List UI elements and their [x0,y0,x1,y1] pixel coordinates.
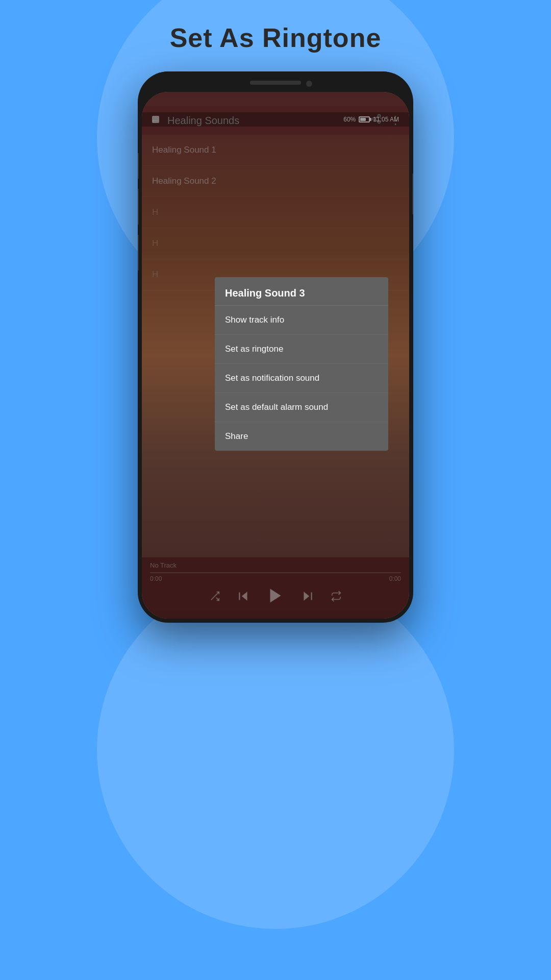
screen: 60% 11:05 AM ← Healing Sounds ⋮ [142,92,409,619]
share-item[interactable]: Share [215,422,388,451]
context-menu: Healing Sound 3 Show track info Set as r… [215,277,388,451]
context-menu-title: Healing Sound 3 [215,277,388,306]
set-notification-item[interactable]: Set as notification sound [215,364,388,393]
set-ringtone-item[interactable]: Set as ringtone [215,335,388,364]
mute-button [138,153,139,179]
volume-up-button [138,189,139,225]
set-alarm-label: Set as default alarm sound [225,402,328,412]
power-button [412,174,413,214]
phone-frame: 60% 11:05 AM ← Healing Sounds ⋮ [138,71,413,623]
share-label: Share [225,431,248,441]
set-ringtone-label: Set as ringtone [225,344,283,354]
set-alarm-item[interactable]: Set as default alarm sound [215,393,388,422]
show-track-info-item[interactable]: Show track info [215,306,388,335]
bg-circle-bottom [97,572,454,929]
show-track-info-label: Show track info [225,315,284,325]
page-title: Set As Ringtone [0,22,551,53]
volume-down-button [138,235,139,271]
speaker-bar [250,81,301,85]
phone-top-bar [138,71,413,92]
set-notification-label: Set as notification sound [225,373,319,383]
camera-dot [306,81,312,87]
